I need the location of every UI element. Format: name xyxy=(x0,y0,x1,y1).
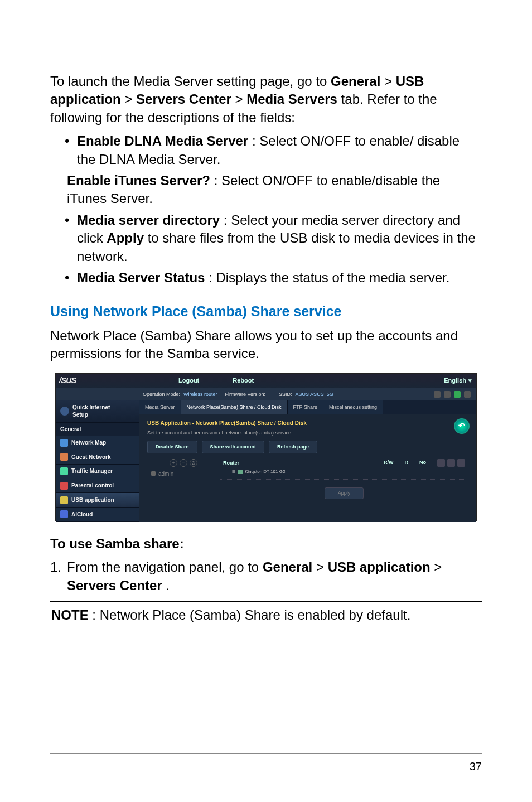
user-list-actions: + − ⊘ xyxy=(147,458,220,468)
step-number: 1. xyxy=(50,558,61,576)
bullet-itunes-label: Enable iTunes Server? xyxy=(67,173,210,188)
note-label: NOTE xyxy=(51,607,89,622)
op-mode-value[interactable]: Wireless router xyxy=(183,391,217,398)
user-label: admin xyxy=(158,470,173,478)
sidebar-item-label: Parental control xyxy=(71,482,114,490)
bullet-dlna: Enable DLNA Media Server : Select ON/OFF… xyxy=(77,132,482,168)
footer-divider xyxy=(50,753,482,754)
step-1-gt1: > xyxy=(316,559,328,574)
sidebar-item-network-map[interactable]: Network Map xyxy=(56,436,139,450)
step-1-a: From the navigation panel, go to xyxy=(67,559,263,574)
step-1-b2: USB application xyxy=(328,559,431,574)
bullet-dlna-label: Enable DLNA Media Server xyxy=(77,133,248,148)
file-action-icons xyxy=(437,459,465,467)
language-label: English xyxy=(444,376,466,385)
tab-bar: Media Server Network Place(Samba) Share … xyxy=(139,400,476,414)
file-action-icon[interactable] xyxy=(457,459,465,467)
tab-misc-setting[interactable]: Miscellaneous setting xyxy=(323,400,383,414)
remove-user-icon[interactable]: − xyxy=(180,459,187,467)
router-ui-screenshot: /SUS Logout Reboot English ▾ Operation M… xyxy=(55,373,477,521)
divider xyxy=(220,479,468,480)
sidebar-quick-internet-setup[interactable]: Quick Internet Setup xyxy=(56,400,139,423)
sidebar-item-label: Traffic Manager xyxy=(71,467,113,475)
sidebar-item-aicloud[interactable]: AiCloud xyxy=(56,508,139,522)
settings-panel: ↶ USB Application - Network Place(Samba)… xyxy=(139,414,476,505)
qis-text: Quick Internet Setup xyxy=(72,404,110,419)
panel-title: USB Application - Network Place(Samba) S… xyxy=(147,419,468,427)
step-1-b1: General xyxy=(263,559,312,574)
section-paragraph: Network Place (Samba) Share allows you t… xyxy=(50,327,482,363)
intro-gt2: > xyxy=(124,91,136,107)
field-bullets: Enable DLNA Media Server : Select ON/OFF… xyxy=(50,132,482,287)
body-area: Quick Internet Setup General Network Map… xyxy=(56,400,476,522)
aicloud-icon xyxy=(60,510,68,518)
apply-button[interactable]: Apply xyxy=(325,487,364,499)
bullet-directory: Media server directory : Select your med… xyxy=(77,211,482,265)
sidebar-item-traffic-manager[interactable]: Traffic Manager xyxy=(56,465,139,479)
sidebar-item-label: Guest Network xyxy=(71,453,111,461)
note-box: NOTE : Network Place (Samba) Share is en… xyxy=(50,601,482,629)
folder-icon xyxy=(238,470,243,474)
topbar-buttons: Logout Reboot xyxy=(139,376,444,385)
note-text: : Network Place (Samba) Share is enabled… xyxy=(92,607,410,622)
file-action-icon[interactable] xyxy=(437,459,445,467)
col-router: Router xyxy=(223,460,239,466)
intro-b4: Media Servers xyxy=(246,91,337,107)
status-icon xyxy=(444,391,451,398)
ssid-value[interactable]: ASUS ASUS_5G xyxy=(296,391,333,398)
sidebar-item-guest-network[interactable]: Guest Network xyxy=(56,450,139,465)
user-list: + − ⊘ admin xyxy=(147,458,220,499)
steps-list: 1. From the navigation panel, go to Gene… xyxy=(50,558,482,595)
intro-prefix: To launch the Media Server setting page,… xyxy=(50,74,331,89)
folder-item[interactable]: ⊟ Kingston DT 101 G2 xyxy=(220,468,468,476)
sidebar-item-usb-application[interactable]: USB application xyxy=(56,493,139,508)
panel-subtitle: Set the account and permission of networ… xyxy=(147,429,468,436)
intro-gt1: > xyxy=(384,74,396,89)
sidebar-item-label: USB application xyxy=(71,496,114,504)
info-bar: Operation Mode: Wireless router Firmware… xyxy=(56,388,476,400)
step-1: 1. From the navigation panel, go to Gene… xyxy=(50,558,482,595)
topbar: /SUS Logout Reboot English ▾ xyxy=(56,374,476,388)
col-no: No xyxy=(419,459,426,467)
status-icon xyxy=(454,391,461,398)
user-admin[interactable]: admin xyxy=(147,468,220,480)
qis-line1: Quick Internet xyxy=(72,404,110,412)
reboot-button[interactable]: Reboot xyxy=(233,376,254,385)
qis-icon xyxy=(60,407,69,416)
share-with-account-button[interactable]: Share with account xyxy=(202,441,265,453)
status-icon xyxy=(464,391,471,398)
tab-media-server[interactable]: Media Server xyxy=(139,400,181,414)
add-user-icon[interactable]: + xyxy=(170,459,177,467)
bullet-status-label: Media Server Status xyxy=(77,270,205,285)
sidebar: Quick Internet Setup General Network Map… xyxy=(56,400,139,522)
sidebar-item-parental-control[interactable]: Parental control xyxy=(56,479,139,494)
tab-ftp-share[interactable]: FTP Share xyxy=(288,400,323,414)
file-action-icon[interactable] xyxy=(447,459,455,467)
step-1-gt2: > xyxy=(434,559,442,574)
back-circle-button[interactable]: ↶ xyxy=(454,418,470,434)
section-heading-samba: Using Network Place (Samba) Share servic… xyxy=(50,302,482,321)
intro-b1: General xyxy=(331,74,380,89)
disable-share-button[interactable]: Disable Share xyxy=(147,441,197,453)
intro-paragraph: To launch the Media Server setting page,… xyxy=(50,73,482,127)
status-icons xyxy=(434,391,471,398)
op-mode-label: Operation Mode: xyxy=(143,391,180,398)
folder-label: Kingston DT 101 G2 xyxy=(245,469,285,475)
logout-button[interactable]: Logout xyxy=(178,376,199,385)
bullet-directory-label: Media server directory xyxy=(77,212,220,228)
ban-user-icon[interactable]: ⊘ xyxy=(190,459,197,467)
guest-network-icon xyxy=(60,453,68,461)
bullet-status-text: : Displays the status of the media serve… xyxy=(209,270,449,285)
language-selector[interactable]: English ▾ xyxy=(444,376,472,385)
permission-columns: R/W R No xyxy=(384,459,465,467)
intro-gt3: > xyxy=(235,91,246,107)
refresh-page-button[interactable]: Refresh page xyxy=(269,441,317,453)
traffic-manager-icon xyxy=(60,467,68,475)
step-1-b3: Servers Center xyxy=(67,578,162,593)
bullet-itunes: Enable iTunes Server? : Select ON/OFF to… xyxy=(67,172,482,208)
col-rw: R/W xyxy=(384,459,394,467)
tab-network-place-samba[interactable]: Network Place(Samba) Share / Cloud Disk xyxy=(181,400,288,414)
firmware-label: Firmware Version: xyxy=(225,391,266,398)
tree-collapse-icon: ⊟ xyxy=(232,469,236,475)
samba-instructions-heading: To use Samba share: xyxy=(50,535,482,553)
